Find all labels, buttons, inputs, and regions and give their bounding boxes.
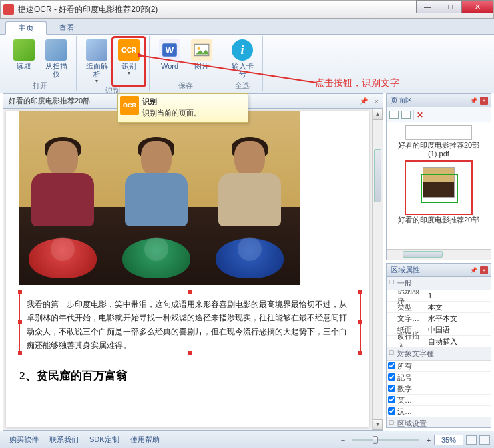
prop-row[interactable]: 数字 [387,383,491,395]
thumbnail-item[interactable]: 好看的印度电影推荐20部 [389,161,488,224]
checkbox-digit[interactable] [388,385,395,392]
document-region: 好看的印度电影推荐20部 📌 × 我看的第一步印度电影，笑中带泪，这句成语用来形… [3,93,383,431]
document-tab-title: 好看的印度电影推荐20部 [9,96,90,106]
prop-category-general[interactable]: 一般 [387,277,491,290]
zoom-value[interactable]: 35% [434,435,463,445]
properties-panel-header: 区域属性 📌 × [387,264,491,277]
word-icon: W [159,39,180,61]
prop-category-region[interactable]: 区域设置 [387,417,491,427]
view-mode-2-icon[interactable] [479,435,490,445]
close-panel-icon[interactable]: × [480,97,488,105]
tab-home[interactable]: 主页 [5,21,47,35]
scanner-icon [45,39,67,61]
ribbon-group-open: 读取 从扫描仪 打开 [4,36,77,91]
document-image [19,111,300,285]
page-thumbnails: 好看的印度电影推荐20部(1).pdf 好看的印度电影推荐20部 [387,122,491,249]
annotation-text: 点击按钮，识别文字 [315,77,399,89]
zoom-out-button[interactable]: − [338,436,348,444]
tooltip-body: 识别当前的页面。 [142,108,244,118]
pin-icon[interactable]: 📌 [360,97,368,105]
prop-row[interactable]: 記号 [387,372,491,383]
scroll-up-button[interactable]: ▲ [373,109,383,120]
zoom-slider[interactable] [352,439,419,441]
status-help[interactable]: 使用帮助 [125,435,165,445]
chevron-down-icon: ▾ [128,70,130,76]
prop-row[interactable]: 改行插入自动插入 [387,336,491,347]
resize-handle[interactable] [358,290,362,294]
ocr-button[interactable]: OCR 识别 ▾ [113,37,145,86]
ocr-selection-box[interactable]: 我看的第一步印度电影，笑中带泪，这句成语用来形容喜剧电影的最高境界最恰切不过，从… [19,292,361,353]
prop-row[interactable]: 汉… [387,406,491,417]
close-tab-icon[interactable]: × [375,97,379,105]
ocr-icon: OCR [118,39,140,61]
multi-page-icon[interactable] [401,111,411,119]
read-icon [13,39,35,61]
delete-page-icon[interactable]: ✕ [417,110,423,120]
view-mode-1-icon[interactable] [466,435,477,445]
pages-toolbar: ✕ [387,107,491,122]
parse-button[interactable]: 纸面解析 ▾ [81,37,113,86]
prop-row[interactable]: 所有 [387,361,491,372]
checkbox-en[interactable] [388,396,395,403]
ribbon-group-recognize: 纸面解析 ▾ OCR 识别 ▾ 识别 [77,36,150,91]
resize-handle[interactable] [18,290,22,294]
prop-row[interactable]: 文字…水平本文 [387,313,491,324]
ribbon-group-save: W Word 图片 保存 [150,36,222,91]
checkbox-han[interactable] [388,407,395,415]
close-button[interactable]: ✕ [461,0,493,13]
document-canvas[interactable]: 我看的第一步印度电影，笑中带泪，这句成语用来形容喜剧电影的最高境界最恰切不过，从… [3,109,383,430]
vertical-scrollbar[interactable]: ▲ ▼ [372,109,383,430]
title-bar: 捷速OCR - 好看的印度电影推荐20部(2) — □ ✕ [0,0,494,19]
tooltip-title: 识别 [142,97,244,107]
picture-icon [191,39,212,61]
prop-row[interactable]: 英… [387,395,491,406]
zoom-knob[interactable] [373,436,378,444]
prop-category-charset[interactable]: 対象文字種 [387,347,491,361]
ribbon-group-selectall: i 输入卡号 全选 [222,36,263,91]
horizontal-scrollbar[interactable] [387,249,491,260]
read-button[interactable]: 读取 [8,37,40,81]
document-heading: 2、贫民窟的百万富翁 [19,368,128,383]
checkbox-symbol[interactable] [388,373,395,381]
resize-handle[interactable] [188,351,192,355]
page: 我看的第一步印度电影，笑中带泪，这句成语用来形容喜剧电影的最高境界最恰切不过，从… [6,111,369,427]
zoom-in-button[interactable]: + [423,436,434,444]
save-picture-button[interactable]: 图片 [186,37,218,81]
info-icon: i [232,39,253,61]
close-panel-icon[interactable]: × [480,266,488,274]
svg-point-3 [198,47,200,50]
properties-panel: 区域属性 📌 × 一般 识别顺序1 类型本文 文字…水平本文 纸面…中国语 改行… [386,263,491,428]
minimize-button[interactable]: — [416,0,439,13]
pin-icon[interactable]: 📌 [470,97,477,104]
ribbon: 读取 从扫描仪 打开 纸面解析 ▾ OCR 识别 ▾ 识别 [0,35,494,93]
resize-handle[interactable] [18,320,22,324]
checkbox-all[interactable] [388,362,395,369]
prop-row[interactable]: 识别顺序1 [387,290,491,302]
resize-handle[interactable] [188,290,192,294]
save-word-button[interactable]: W Word [154,37,186,81]
pages-panel: 页面区 📌 × ✕ 好看的印度电影推荐20部(1).pdf [386,93,491,260]
ocr-tooltip: OCR 识别 识别当前的页面。 [117,93,248,123]
chevron-down-icon: ▾ [95,78,98,84]
resize-handle[interactable] [358,320,362,324]
ocr-icon: OCR [120,96,139,115]
pin-icon[interactable]: 📌 [470,267,477,274]
pages-panel-header: 页面区 📌 × [387,94,491,107]
scroll-thumb[interactable] [374,149,381,202]
status-contact[interactable]: 联系我们 [44,435,84,445]
status-sdk[interactable]: SDK定制 [84,435,125,445]
prop-row[interactable]: 类型本文 [387,302,491,313]
scroll-thumb[interactable] [403,251,443,258]
tab-view[interactable]: 查看 [47,21,87,35]
maximize-button[interactable]: □ [439,0,461,13]
status-buy[interactable]: 购买软件 [4,435,44,445]
svg-text:W: W [166,45,174,55]
thumbnail-item[interactable]: 好看的印度电影推荐20部(1).pdf [389,125,488,158]
input-card-button[interactable]: i 输入卡号 [226,37,258,81]
resize-handle[interactable] [18,351,22,355]
scanner-button[interactable]: 从扫描仪 [40,37,72,81]
scroll-down-button[interactable]: ▼ [373,419,383,430]
resize-handle[interactable] [358,351,362,355]
page-analysis-icon [86,39,107,61]
single-page-icon[interactable] [389,111,399,119]
